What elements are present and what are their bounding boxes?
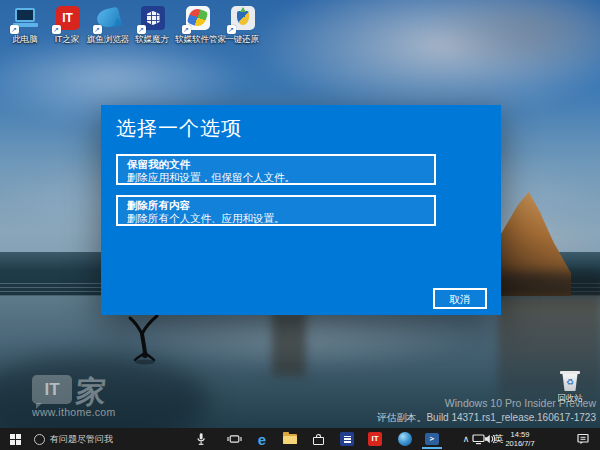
insider-watermark-line2: 评估副本。Build 14371.rs1_release.160617-1723 bbox=[376, 411, 596, 425]
task-view-icon bbox=[227, 432, 242, 446]
recycle-symbol-icon: ♻ bbox=[562, 374, 579, 391]
file-explorer-button[interactable] bbox=[279, 428, 301, 450]
mofang-icon bbox=[340, 432, 354, 446]
search-prompt: 有问题尽管问我 bbox=[50, 433, 113, 446]
task-view-button[interactable] bbox=[223, 428, 245, 450]
option-keep-my-files[interactable]: 保留我的文件 删除应用和设置，但保留个人文件。 bbox=[116, 154, 436, 185]
option-remove-everything[interactable]: 删除所有内容 删除所有个人文件、应用和设置。 bbox=[116, 195, 436, 226]
pinwheel-icon: ↗ bbox=[184, 5, 211, 32]
icon-label: 一键还原 bbox=[220, 35, 264, 44]
ithome-url-watermark: www.ithome.com bbox=[32, 406, 116, 418]
clock-time: 14:59 bbox=[505, 430, 534, 439]
icon-label: 此电脑 bbox=[3, 35, 47, 44]
cortana-icon bbox=[34, 434, 45, 445]
taskbar-mic-button[interactable] bbox=[190, 428, 212, 450]
reset-options-dialog: 选择一个选项 保留我的文件 删除应用和设置，但保留个人文件。 删除所有内容 删除… bbox=[101, 105, 501, 315]
option-title: 删除所有内容 bbox=[127, 199, 425, 212]
icon-label: IT之家 bbox=[45, 35, 89, 44]
icon-label: 软媒软件管家 bbox=[175, 35, 219, 44]
store-icon bbox=[313, 437, 324, 445]
this-pc-icon: ↗ bbox=[12, 5, 39, 32]
handstand-person bbox=[126, 312, 170, 366]
ithome-icon: IT bbox=[368, 432, 382, 446]
mofang-cube-icon: ↗ bbox=[139, 5, 166, 32]
active-app-indicator bbox=[422, 447, 442, 449]
recycle-bin-icon bbox=[560, 371, 580, 374]
cortana-button[interactable] bbox=[31, 428, 47, 450]
shortcut-arrow-icon: ↗ bbox=[52, 25, 61, 34]
action-center-icon bbox=[576, 432, 590, 446]
shortcut-arrow-icon: ↗ bbox=[137, 25, 146, 34]
chevron-up-icon: ∧ bbox=[463, 434, 470, 444]
globe-browser-icon bbox=[398, 432, 412, 446]
tray-clock[interactable]: 14:59 2016/7/7 bbox=[500, 428, 540, 450]
icon-label: 旗鱼浏览器 bbox=[86, 35, 130, 44]
option-description: 删除所有个人文件、应用和设置。 bbox=[127, 212, 425, 224]
cancel-button[interactable]: 取消 bbox=[433, 288, 487, 309]
desktop-icon-this-pc[interactable]: ↗ 此电脑 bbox=[3, 5, 47, 44]
taskbar-browser-button[interactable] bbox=[394, 428, 416, 450]
rock-reflection bbox=[272, 310, 306, 376]
microphone-icon bbox=[194, 432, 208, 446]
icon-label: 软媒魔方 bbox=[130, 35, 174, 44]
edge-icon: e bbox=[258, 432, 266, 447]
shortcut-arrow-icon: ↗ bbox=[93, 25, 102, 34]
desktop-screen: ↗ 此电脑 IT ↗ IT之家 ↗ 旗鱼浏览器 ↗ 软媒魔方 ↗ 软媒软件管家 bbox=[0, 0, 600, 450]
desktop-icon-ruanmei-mofang[interactable]: ↗ 软媒魔方 bbox=[130, 5, 174, 44]
sailfish-browser-icon: ↗ bbox=[95, 5, 122, 32]
option-description: 删除应用和设置，但保留个人文件。 bbox=[127, 171, 425, 183]
taskbar-search[interactable]: 有问题尽管问我 bbox=[50, 428, 140, 450]
windows-logo-icon bbox=[10, 434, 21, 445]
shield-restore-icon: ↗ bbox=[229, 5, 256, 32]
edge-button[interactable]: e bbox=[251, 428, 273, 450]
action-center-button[interactable] bbox=[572, 428, 594, 450]
desktop-icon-ruanmei-manager[interactable]: ↗ 软媒软件管家 bbox=[175, 5, 219, 44]
start-button[interactable] bbox=[2, 428, 28, 450]
store-button[interactable] bbox=[307, 428, 329, 450]
shortcut-arrow-icon: ↗ bbox=[182, 25, 191, 34]
ithome-logo-watermark: IT bbox=[32, 375, 72, 404]
taskbar-ithome-button[interactable]: IT bbox=[364, 428, 386, 450]
desktop-icon-onekey-restore[interactable]: ↗ 一键还原 bbox=[220, 5, 264, 44]
dialog-title: 选择一个选项 bbox=[116, 115, 242, 142]
clock-date: 2016/7/7 bbox=[505, 439, 534, 448]
option-title: 保留我的文件 bbox=[127, 158, 425, 171]
desktop-icon-ithome[interactable]: IT ↗ IT之家 bbox=[45, 5, 89, 44]
taskbar-mofang-button[interactable] bbox=[336, 428, 358, 450]
file-explorer-icon bbox=[283, 434, 297, 444]
desktop-icon-qiyu-browser[interactable]: ↗ 旗鱼浏览器 bbox=[86, 5, 130, 44]
shortcut-arrow-icon: ↗ bbox=[10, 25, 19, 34]
insider-watermark-line1: Windows 10 Pro Insider Preview bbox=[445, 397, 596, 409]
powershell-icon: ＞ bbox=[425, 433, 439, 445]
ithome-icon: IT ↗ bbox=[54, 5, 81, 32]
shortcut-arrow-icon: ↗ bbox=[227, 25, 236, 34]
